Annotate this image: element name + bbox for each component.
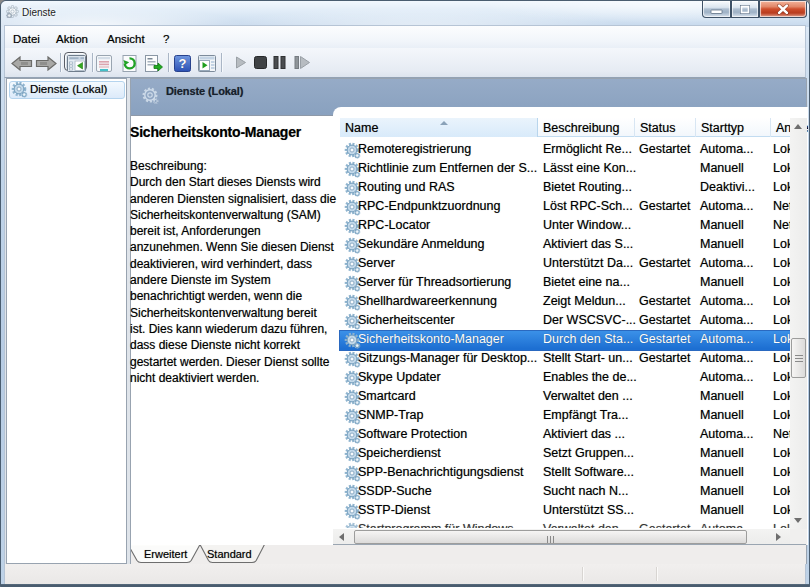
svg-text:Standard: Standard <box>207 548 252 560</box>
svg-text:Erweitert: Erweitert <box>144 548 187 560</box>
svg-text:?: ? <box>179 56 187 71</box>
